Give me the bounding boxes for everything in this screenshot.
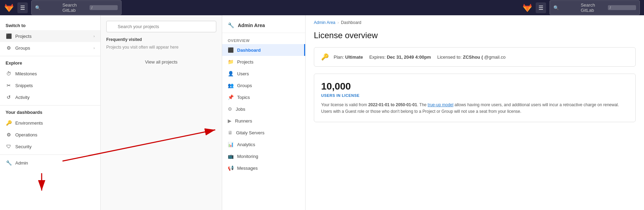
projects-search-input[interactable]: [106, 21, 216, 32]
divider-3: [0, 154, 100, 155]
groups-label: Groups: [15, 45, 30, 51]
groups-icon: ⚙: [6, 45, 12, 51]
expires-label: Expires:: [369, 54, 386, 60]
view-all-projects-link[interactable]: View all projects: [106, 57, 216, 67]
nav-gitaly[interactable]: 🖥 Gitaly Servers: [222, 127, 305, 138]
global-search-right[interactable]: 🔍 Search GitLab /: [550, 0, 640, 15]
projects-label: Projects: [15, 34, 32, 39]
nav-dashboard[interactable]: ⬛ Dashboard: [222, 44, 305, 56]
admin-area-icon: 🔧: [228, 22, 234, 28]
slash-key-right: /: [608, 5, 636, 10]
users-in-license: USERS IN LICENSE: [321, 93, 628, 98]
frequently-visited-empty: Projects you visit often will appear her…: [106, 45, 216, 50]
divider-2: [0, 105, 100, 106]
operations-icon: ⚙: [6, 132, 12, 138]
environments-label: Environments: [15, 120, 43, 126]
search-placeholder-right: Search GitLab: [581, 2, 605, 13]
nav-messages-label: Messages: [237, 166, 258, 171]
users-icon: 👤: [228, 71, 234, 76]
license-card: 🔑 Plan: Ultimate Expires: Dec 31, 2049 4…: [314, 47, 636, 67]
dropdown-groups[interactable]: ⚙ Groups ›: [0, 42, 100, 54]
expires-value: Dec 31, 2049 4:00pm: [387, 54, 431, 60]
dropdown-milestones[interactable]: ⏱ Milestones: [0, 68, 100, 79]
projects-icon: ⬛: [6, 33, 12, 39]
users-card: 10,000 USERS IN LICENSE Your license is …: [314, 74, 636, 122]
admin-area-header: 🔧 Admin Area: [222, 18, 305, 33]
gitaly-icon: 🖥: [228, 130, 233, 135]
dropdown-environments[interactable]: 🔑 Environments: [0, 117, 100, 129]
snippets-label: Snippets: [15, 83, 33, 88]
nav-groups[interactable]: 👥 Groups: [222, 79, 305, 91]
hamburger-icon-right: ☰: [538, 5, 543, 11]
dashboard-icon: ⬛: [228, 47, 234, 53]
licensed-to-email: @gmail.co: [484, 54, 506, 60]
main-content: Admin Area › Dashboard License overview …: [306, 15, 644, 210]
gitlab-logo-right: [522, 3, 532, 12]
groups-chevron: ›: [93, 46, 95, 50]
nav-projects-icon: 📁: [228, 59, 234, 65]
nav-analytics-label: Analytics: [237, 142, 255, 147]
dashboard-label: Dashboard: [237, 48, 261, 53]
nav-monitoring[interactable]: 📺 Monitoring: [222, 150, 305, 162]
nav-users[interactable]: 👤 Users: [222, 68, 305, 79]
dropdown-security[interactable]: 🛡 Security: [0, 141, 100, 152]
nav-topics[interactable]: 📌 Topics: [222, 91, 305, 103]
plan-label: Plan:: [334, 54, 344, 60]
nav-messages[interactable]: 📢 Messages: [222, 162, 305, 174]
security-label: Security: [15, 144, 32, 149]
navbar-right: ☰ 🔍 Search GitLab /: [522, 0, 640, 15]
dropdown-projects[interactable]: ⬛ Projects ›: [0, 30, 100, 42]
nav-jobs[interactable]: ⚙ Jobs: [222, 103, 305, 115]
your-dashboards-header: Your dashboards: [0, 108, 100, 117]
projects-chevron: ›: [93, 34, 95, 38]
divider-1: [0, 56, 100, 56]
left-dropdown-menu: Switch to ⬛ Projects › ⚙ Groups › Explor…: [0, 15, 101, 210]
switch-to-header: Switch to: [0, 21, 100, 30]
operations-label: Operations: [15, 132, 37, 137]
monitoring-icon: 📺: [228, 153, 234, 159]
topics-icon: 📌: [228, 94, 234, 100]
admin-label: Admin: [15, 160, 28, 166]
global-search-left[interactable]: 🔍 Search GitLab /: [31, 0, 122, 15]
nav-analytics[interactable]: 📊 Analytics: [222, 138, 305, 150]
dropdown-admin[interactable]: 🔧 Admin: [0, 157, 100, 169]
nav-topics-label: Topics: [237, 95, 250, 100]
hamburger-button-right[interactable]: ☰: [536, 2, 546, 13]
security-icon: 🛡: [6, 143, 12, 150]
admin-area-label: Admin Area: [238, 23, 265, 28]
explore-header: Explore: [0, 58, 100, 68]
key-icon: 🔑: [321, 53, 329, 61]
plan-value: Ultimate: [345, 54, 363, 60]
breadcrumb: Admin Area › Dashboard: [306, 15, 644, 27]
dropdown-activity[interactable]: ↺ Activity: [0, 91, 100, 103]
slash-key-left: /: [90, 5, 118, 10]
dropdown-snippets[interactable]: ✂ Snippets: [0, 79, 100, 91]
licensed-to-label: Licensed to:: [437, 54, 461, 60]
milestones-icon: ⏱: [6, 70, 12, 77]
snippets-icon: ✂: [6, 82, 12, 89]
environments-icon: 🔑: [6, 120, 12, 126]
nav-users-label: Users: [237, 71, 249, 76]
license-info: Plan: Ultimate Expires: Dec 31, 2049 4:0…: [334, 54, 505, 60]
hamburger-button[interactable]: ☰: [17, 2, 28, 13]
projects-panel: 🔍 Frequently visited Projects you visit …: [101, 15, 222, 210]
breadcrumb-sep: ›: [337, 20, 339, 25]
breadcrumb-current: Dashboard: [341, 20, 361, 25]
users-count: 10,000: [321, 81, 628, 92]
true-up-link[interactable]: true-up model: [428, 102, 453, 107]
dropdown-operations[interactable]: ⚙ Operations: [0, 129, 100, 141]
runners-icon: ▶: [228, 118, 232, 124]
gitlab-logo-left: [4, 3, 14, 12]
license-valid-text: Your license is valid from: [321, 102, 368, 107]
search-placeholder-left: Search GitLab: [62, 2, 87, 13]
admin-icon: 🔧: [6, 160, 12, 166]
nav-monitoring-label: Monitoring: [237, 154, 258, 159]
milestones-label: Milestones: [15, 71, 37, 76]
nav-projects-label: Projects: [237, 59, 253, 65]
users-description: Your license is valid from 2022-01-01 to…: [321, 102, 628, 115]
nav-runners[interactable]: ▶ Runners: [222, 115, 305, 127]
license-date-range: 2022-01-01 to 2050-01-01: [368, 102, 417, 107]
activity-icon: ↺: [6, 94, 12, 100]
nav-projects[interactable]: 📁 Projects: [222, 56, 305, 68]
breadcrumb-admin-link[interactable]: Admin Area: [314, 20, 335, 25]
